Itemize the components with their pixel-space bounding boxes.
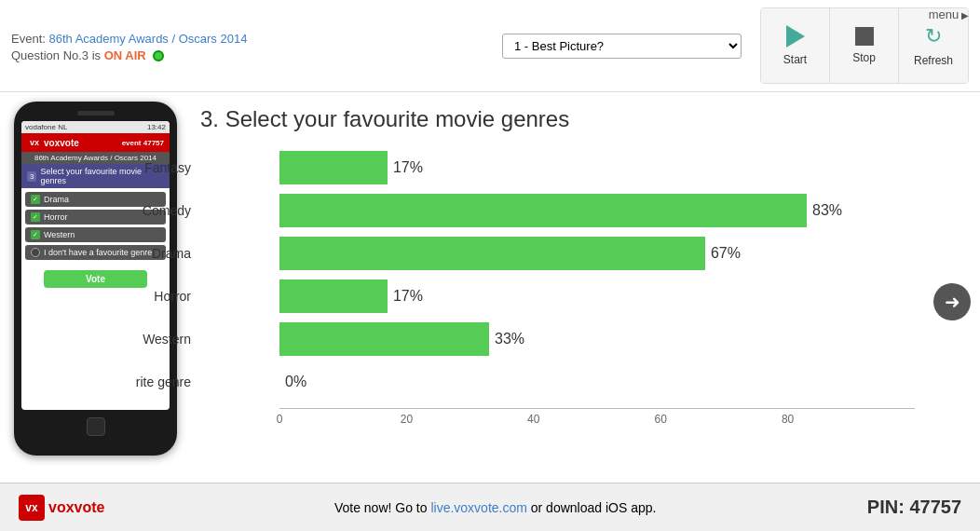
phone-app-header: vx voxvote event 47757 [21,133,170,152]
play-icon [786,25,805,48]
bar-row: Fantasy17% [279,151,915,184]
bar-track: 17% [279,279,915,313]
phone-event-code: event 47757 [122,139,164,147]
on-air-indicator [153,50,164,61]
event-info: Event: 86th Academy Awards / Oscars 2014… [11,30,483,62]
footer-msg-suffix: or download iOS app. [531,500,657,515]
bar-track: 33% [279,322,915,356]
footer-pin: PIN: 47757 [867,497,961,518]
bar-percentage: 17% [393,288,423,305]
bar-track: 83% [279,194,915,227]
event-label: Event: [11,32,48,46]
x-tick: 80 [782,413,794,426]
phone-status-bar: vodafone NL 13:42 [21,121,170,133]
main-content: vodafone NL 13:42 vx voxvote event 47757… [0,92,980,511]
question-dropdown-container: 1 - Best Picture?2 - Best Director?3 - S… [502,34,742,59]
phone-option-label: Drama [44,195,69,204]
bar-percentage: 33% [495,331,524,347]
bar-percentage: 17% [393,159,423,176]
phone-speaker [77,111,115,116]
phone-option[interactable]: ✓Western [25,227,166,242]
x-tick: 40 [527,413,539,426]
bar-label: Comedy [126,203,200,218]
stop-icon [855,27,874,46]
bar-fill [279,279,388,313]
phone-option-label: Horror [44,212,68,222]
bar-row: Comedy83% [279,194,915,227]
footer-logo-vox: vox [48,499,75,515]
question-status: Question No.3 is ON AIR [11,48,483,62]
phone-question-num: 3 [27,171,36,182]
on-air-text: ON AIR [104,48,146,62]
phone-home-button[interactable] [87,417,105,436]
footer-logo-text: voxvote [48,499,104,516]
chart-title: 3. Select your favourite movie genres [200,106,961,132]
phone-checkbox-icon: ✓ [31,230,40,239]
next-button[interactable]: ➜ [933,283,971,320]
bar-fill [279,151,388,184]
bar-percentage: 0% [285,374,306,390]
bar-row: Horror17% [279,279,915,313]
bar-row: Drama67% [279,237,915,270]
footer-vx-icon: vx [19,495,45,521]
x-axis-container: 020406080 [279,408,915,427]
refresh-icon: ↻ [925,24,942,48]
bar-label: Western [126,332,200,347]
footer: vx voxvote Vote now! Go to live.voxvote.… [0,483,980,531]
question-select[interactable]: 1 - Best Picture?2 - Best Director?3 - S… [502,34,742,59]
phone-radio-icon [31,248,40,257]
stop-label: Stop [852,51,876,64]
bar-row: rite genre0% [279,365,915,399]
bar-track: 67% [279,237,915,270]
phone-checkbox-icon: ✓ [31,195,40,204]
x-tick: 20 [401,413,413,426]
event-line: Event: 86th Academy Awards / Oscars 2014 [11,30,483,47]
start-button[interactable]: Start [761,8,830,83]
phone-time: 13:42 [147,123,166,131]
phone-option-label: Western [44,230,75,239]
bars-container: Fantasy17%Comedy83%Drama67%Horror17%West… [279,151,915,399]
footer-logo: vx voxvote [19,495,104,521]
bar-row: Western33% [279,322,915,356]
bar-fill [279,194,807,227]
footer-link[interactable]: live.voxvote.com [430,500,526,515]
vox-logo-phone: vx voxvote [27,137,122,148]
chart-wrapper: Fantasy17%Comedy83%Drama67%Horror17%West… [200,151,961,455]
refresh-label: Refresh [914,54,953,67]
bar-percentage: 67% [711,245,741,262]
header: Event: 86th Academy Awards / Oscars 2014… [0,0,980,92]
phone-carrier: vodafone NL [25,123,67,131]
x-tick: 0 [277,413,283,426]
chart-area: 3. Select your favourite movie genres Fa… [191,92,980,511]
footer-msg-prefix: Vote now! Go to [334,500,431,515]
bar-label: rite genre [126,374,200,389]
footer-message: Vote now! Go to live.voxvote.com or down… [123,500,866,515]
bar-track: 17% [279,151,915,184]
footer-logo-vote: vote [75,499,105,515]
phone-app-name: voxvote [44,138,79,148]
menu-link[interactable]: menu [929,7,969,21]
bar-percentage: 83% [812,202,842,219]
phone-vote-button[interactable]: Vote [44,270,147,288]
bar-label: Fantasy [126,160,200,175]
bar-fill [279,237,705,270]
phone-mockup: vodafone NL 13:42 vx voxvote event 47757… [14,102,177,456]
question-status-prefix: Question No.3 is [11,48,104,62]
phone-checkbox-icon: ✓ [31,212,40,222]
event-link[interactable]: 86th Academy Awards / Oscars 2014 [48,32,247,46]
bar-fill [279,322,489,356]
bar-track: 0% [279,365,915,399]
x-tick: 60 [655,413,667,426]
start-label: Start [783,53,807,66]
bar-label: Drama [126,246,200,261]
bar-label: Horror [126,289,200,304]
stop-button[interactable]: Stop [830,8,899,83]
